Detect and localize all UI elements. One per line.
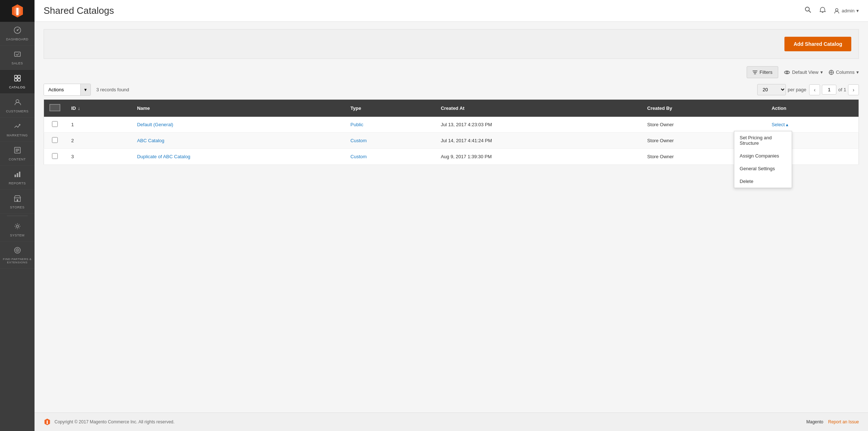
marketing-icon [13, 122, 21, 132]
data-table: ID ↓ Name Type Created At Created By Act… [44, 99, 859, 165]
main-content: Shared Catalogs admin ▾ Add Shared Catal… [35, 0, 868, 431]
sidebar-item-sales-label: SALES [12, 61, 23, 65]
page-prev-button[interactable]: ‹ [809, 84, 820, 95]
sidebar-item-system-label: SYSTEM [10, 234, 24, 237]
svg-rect-6 [15, 75, 17, 78]
sidebar-item-content[interactable]: CONTENT [0, 142, 35, 166]
id-sort[interactable]: ID ↓ [71, 105, 126, 111]
sidebar-item-reports-label: REPORTS [9, 181, 26, 185]
magento-version: Magento [806, 419, 823, 424]
action-general-settings[interactable]: General Settings [734, 162, 792, 175]
sidebar-item-stores[interactable]: STORES [0, 190, 35, 214]
sidebar-item-sales[interactable]: SALES [0, 46, 35, 70]
sidebar-item-stores-label: STORES [10, 205, 25, 209]
sidebar: DASHBOARD SALES CATALOG CUSTOMERS MARKET… [0, 0, 35, 431]
svg-point-21 [835, 8, 838, 11]
table-header-checkbox[interactable] [44, 100, 66, 117]
action-delete[interactable]: Delete [734, 175, 792, 188]
row-2-name-link[interactable]: ABC Catalog [137, 138, 164, 143]
row-1-checkbox[interactable] [52, 121, 58, 127]
actions-select[interactable]: Actions [44, 84, 80, 95]
header-actions: admin ▾ [804, 6, 859, 15]
system-icon [13, 222, 21, 232]
sidebar-divider [7, 216, 28, 216]
row-2-id: 2 [66, 133, 132, 149]
add-button-section: Add Shared Catalog [44, 29, 859, 59]
row-2-checkbox[interactable] [52, 137, 58, 143]
row-3-id: 3 [66, 149, 132, 165]
per-page-dropdown[interactable]: 20 30 50 100 200 [757, 84, 786, 95]
sidebar-item-marketing[interactable]: MARKETING [0, 118, 35, 142]
sidebar-item-find-partners[interactable]: FIND PARTNERS & EXTENSIONS [0, 242, 35, 269]
table-header-id[interactable]: ID ↓ [66, 100, 132, 117]
row-1-id: 1 [66, 117, 132, 133]
row-3-checkbox-cell [44, 149, 66, 165]
report-issue-link[interactable]: Report an Issue [828, 419, 859, 424]
page-nav: ‹ of 1 › [809, 84, 859, 95]
magento-logo-icon [10, 4, 25, 18]
sidebar-item-catalog-label: CATALOG [9, 85, 25, 89]
row-1-created-at: Jul 13, 2017 4:23:03 PM [435, 117, 642, 133]
page-next-button[interactable]: › [848, 84, 859, 95]
per-page-select: 20 30 50 100 200 per page [757, 84, 806, 95]
footer-left: Copyright © 2017 Magento Commerce Inc. A… [44, 418, 174, 426]
page-of-label: of 1 [838, 87, 846, 92]
row-1-select-chevron: ▴ [786, 122, 788, 127]
table-header-type: Type [345, 100, 436, 117]
sidebar-item-catalog[interactable]: CATALOG [0, 70, 35, 94]
action-set-pricing[interactable]: Set Pricing and Structure [734, 131, 792, 149]
actions-dropdown[interactable]: Actions ▾ [44, 84, 91, 96]
admin-username: admin [842, 8, 855, 13]
sidebar-item-customers[interactable]: CUSTOMERS [0, 94, 35, 118]
top-header: Shared Catalogs admin ▾ [35, 0, 868, 22]
svg-rect-7 [18, 75, 20, 78]
row-1-action-dropdown-menu: Set Pricing and Structure Assign Compani… [734, 131, 792, 188]
filter-icon [752, 70, 758, 75]
filters-button[interactable]: Filters [747, 66, 778, 78]
table-col-created-at-label: Created At [441, 105, 464, 111]
bell-icon[interactable] [819, 6, 826, 15]
svg-rect-13 [17, 173, 18, 177]
sales-icon [13, 50, 21, 60]
svg-rect-8 [15, 79, 17, 81]
svg-rect-5 [15, 52, 20, 56]
row-2-created-at: Jul 14, 2017 4:41:24 PM [435, 133, 642, 149]
columns-button[interactable]: Columns ▾ [828, 69, 859, 75]
content-icon [13, 146, 21, 156]
sidebar-item-system[interactable]: SYSTEM [0, 218, 35, 242]
actions-dropdown-arrow[interactable]: ▾ [80, 84, 90, 95]
select-all-checkbox[interactable] [49, 104, 60, 111]
row-1-select-button[interactable]: Select ▴ [772, 122, 788, 127]
default-view-button[interactable]: Default View ▾ [784, 69, 823, 76]
row-2-checkbox-cell [44, 133, 66, 149]
sidebar-item-dashboard[interactable]: DASHBOARD [0, 22, 35, 46]
default-view-chevron: ▾ [820, 69, 823, 75]
svg-point-16 [16, 225, 19, 227]
records-count: 3 records found [96, 87, 129, 92]
add-shared-catalog-button[interactable]: Add Shared Catalog [784, 37, 851, 51]
table-col-id-label: ID [71, 105, 76, 111]
table-header-name: Name [132, 100, 345, 117]
action-assign-companies[interactable]: Assign Companies [734, 149, 792, 162]
row-3-name: Duplicate of ABC Catalog [132, 149, 345, 165]
table-header-action: Action [766, 100, 859, 117]
admin-user[interactable]: admin ▾ [833, 8, 859, 14]
row-1-name-link[interactable]: Default (General) [137, 122, 173, 127]
customers-icon [13, 98, 21, 108]
row-2-name: ABC Catalog [132, 133, 345, 149]
row-3-type: Custom [345, 149, 436, 165]
table-col-name-label: Name [137, 105, 150, 111]
page-number-input[interactable] [822, 85, 836, 95]
table-col-created-by-label: Created By [647, 105, 672, 111]
sidebar-item-reports[interactable]: REPORTS [0, 166, 35, 190]
row-3-checkbox[interactable] [52, 153, 58, 159]
footer-magento-logo [44, 418, 51, 426]
search-icon[interactable] [804, 6, 812, 15]
catalog-icon [13, 74, 21, 84]
actions-left: Actions ▾ 3 records found [44, 84, 129, 96]
row-3-name-link[interactable]: Duplicate of ABC Catalog [137, 154, 190, 159]
columns-icon [828, 69, 834, 75]
svg-rect-27 [47, 420, 48, 424]
table-col-type-label: Type [351, 105, 361, 111]
svg-rect-12 [15, 175, 16, 177]
